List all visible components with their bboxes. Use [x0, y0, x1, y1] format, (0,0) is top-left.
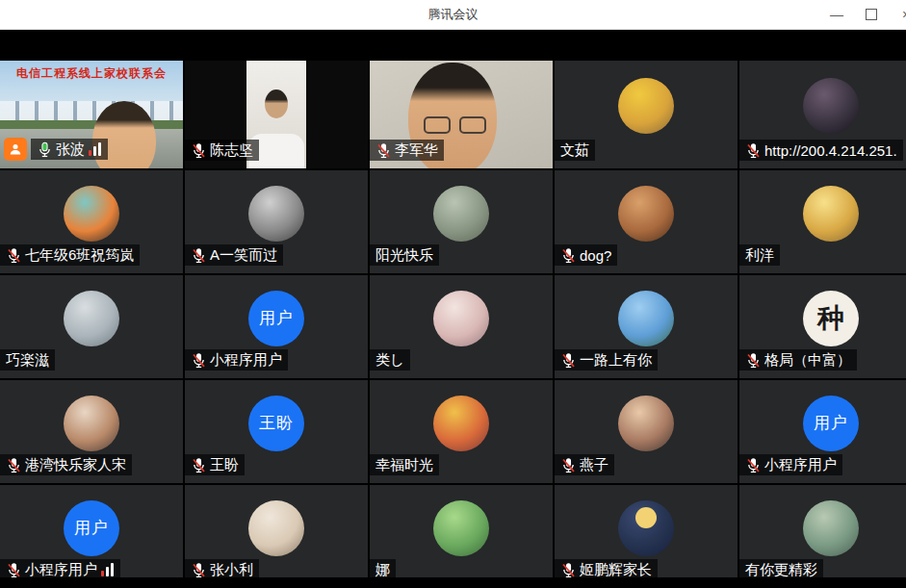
- participant-tile[interactable]: 用户小程序用户: [739, 380, 906, 483]
- participant-tile[interactable]: 娜: [370, 485, 553, 577]
- avatar-wrap: 王盼: [185, 380, 368, 466]
- participant-tile[interactable]: 电信工程系线上家校联系会张波: [0, 61, 183, 168]
- avatar: 用户: [248, 291, 304, 346]
- participant-tile[interactable]: 类し: [370, 275, 553, 378]
- avatar-wrap: [185, 170, 368, 256]
- avatar-wrap: 用户: [185, 275, 368, 361]
- volume-bar: [101, 571, 104, 576]
- participant-name: 王盼: [210, 456, 239, 474]
- participant-tile[interactable]: 一路上有你: [555, 275, 738, 378]
- participant-tile[interactable]: 文茹: [555, 61, 738, 168]
- participant-tile[interactable]: 王盼王盼: [185, 380, 368, 483]
- participant-label: 有你更精彩: [739, 559, 823, 577]
- avatar-wrap: [370, 275, 553, 361]
- avatar: [618, 78, 674, 134]
- muted-mic-icon: [6, 457, 22, 473]
- muted-mic-icon: [745, 142, 762, 159]
- participant-name: 小程序用户: [764, 456, 837, 474]
- participant-tile[interactable]: 阳光快乐: [370, 170, 553, 273]
- avatar-wrap: [739, 61, 906, 151]
- participant-name: 陈志坚: [210, 141, 253, 160]
- muted-mic-icon: [560, 562, 577, 578]
- participant-tile[interactable]: 种格局（中富）: [739, 275, 906, 378]
- muted-mic-icon: [745, 457, 762, 473]
- muted-mic-icon: [560, 247, 577, 264]
- participant-name: 一路上有你: [580, 351, 652, 370]
- volume-bars-icon: [101, 563, 114, 576]
- participant-tile[interactable]: A一笑而过: [185, 170, 368, 273]
- participant-label: dog?: [555, 244, 617, 266]
- avatar: 种: [803, 291, 859, 346]
- avatar: [433, 291, 489, 346]
- participant-label: 一路上有你: [555, 349, 658, 371]
- participant-tile[interactable]: 利洋: [739, 170, 906, 273]
- participant-label-row: 小程序用户: [185, 349, 288, 371]
- avatar-wrap: [0, 380, 183, 466]
- participant-tile[interactable]: 李军华: [370, 61, 553, 168]
- volume-bar: [93, 146, 96, 156]
- participant-tile[interactable]: 张小利: [185, 485, 368, 577]
- avatar: [64, 291, 119, 346]
- participant-tile[interactable]: 姬鹏辉家长: [555, 485, 738, 577]
- avatar: [433, 186, 489, 242]
- volume-bar: [106, 567, 109, 576]
- participant-label: 小程序用户: [739, 454, 842, 475]
- avatar-wrap: [739, 485, 906, 571]
- moon-icon: [635, 507, 657, 528]
- participant-name: 小程序用户: [25, 561, 97, 578]
- avatar-wrap: 用户: [739, 380, 906, 466]
- participant-label-row: 李军华: [370, 140, 444, 161]
- participant-label-row: 张波: [0, 138, 108, 161]
- video-banner-text: 电信工程系线上家校联系会: [0, 65, 183, 82]
- avatar-wrap: [370, 380, 553, 466]
- minimize-button[interactable]: —: [822, 0, 851, 29]
- participant-tile[interactable]: dog?: [555, 170, 738, 273]
- participant-label-row: 姬鹏辉家长: [555, 559, 658, 577]
- muted-mic-icon: [191, 352, 207, 369]
- participant-grid: 电信工程系线上家校联系会张波陈志坚李军华文茹http://200.4.214.2…: [0, 61, 906, 577]
- participant-label: 小程序用户: [0, 559, 120, 577]
- participant-tile[interactable]: 港湾快乐家人宋: [0, 380, 183, 483]
- muted-mic-icon: [560, 352, 577, 369]
- muted-mic-icon: [6, 247, 22, 264]
- muted-mic-icon: [745, 352, 762, 369]
- window-titlebar: 腾讯会议 — ×: [0, 0, 906, 30]
- participant-tile[interactable]: 有你更精彩: [739, 485, 906, 577]
- avatar-wrap: [555, 380, 738, 466]
- participant-label: A一笑而过: [185, 244, 283, 266]
- participant-name: 格局（中富）: [764, 351, 851, 370]
- participant-tile[interactable]: 幸福时光: [370, 380, 553, 483]
- participant-label-row: 娜: [370, 559, 396, 577]
- avatar: [248, 186, 304, 242]
- avatar: [433, 396, 489, 451]
- participant-tile[interactable]: 燕子: [555, 380, 738, 483]
- participant-label: 港湾快乐家人宋: [0, 454, 132, 475]
- participant-label: 燕子: [555, 454, 614, 475]
- participant-tile[interactable]: 陈志坚: [185, 61, 368, 168]
- participant-label-row: 有你更精彩: [739, 559, 823, 577]
- participant-label-row: 利洋: [739, 244, 780, 266]
- close-button[interactable]: ×: [892, 0, 906, 29]
- participant-name: dog?: [580, 247, 611, 264]
- participant-name: 文茹: [560, 141, 589, 160]
- avatar: 用户: [803, 396, 859, 451]
- participant-tile[interactable]: 巧楽滋: [0, 275, 183, 378]
- participant-tile[interactable]: http://200.4.214.251.: [739, 61, 906, 168]
- window-controls: — ×: [822, 0, 906, 29]
- avatar-wrap: 用户: [0, 485, 183, 571]
- participant-tile[interactable]: 用户小程序用户: [0, 485, 183, 577]
- participant-label: 张小利: [185, 559, 259, 577]
- muted-mic-icon: [191, 142, 207, 159]
- maximize-button[interactable]: [857, 0, 886, 29]
- participant-label-row: 小程序用户: [739, 454, 842, 475]
- participant-tile[interactable]: 用户小程序用户: [185, 275, 368, 378]
- avatar: [64, 396, 119, 451]
- participant-name: 利洋: [745, 246, 774, 265]
- participant-name: A一笑而过: [210, 246, 277, 265]
- participant-name: http://200.4.214.251.: [764, 142, 897, 159]
- participant-name: 娜: [375, 561, 390, 578]
- participant-tile[interactable]: 七年级6班祝筠岚: [0, 170, 183, 273]
- volume-bar: [89, 150, 91, 156]
- participant-name: 阳光快乐: [375, 246, 433, 265]
- avatar: [618, 186, 674, 242]
